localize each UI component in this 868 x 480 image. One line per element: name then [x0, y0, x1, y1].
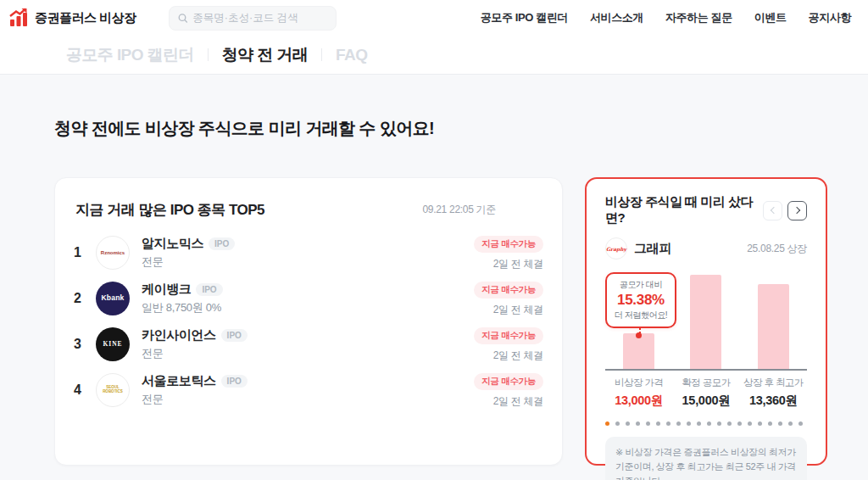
app-title: 증권플러스 비상장 [35, 10, 136, 26]
chart-value: 13,360원 [740, 393, 807, 409]
callout-connector-dot [636, 332, 642, 338]
footnote: ※ 비상장 가격은 증권플러스 비상장의 최저가 기준이며, 상장 후 최고가는… [605, 437, 807, 480]
rank-number: 2 [74, 291, 89, 306]
carousel-dot[interactable] [707, 421, 711, 426]
status-badge: 지금 매수가능 [474, 327, 543, 344]
carousel-dot[interactable] [798, 421, 803, 426]
carousel-dot[interactable] [676, 421, 681, 426]
header: 증권플러스 비상장 공모주 IPO 캘린더 서비스소개 자주하는 질문 이벤트 … [0, 0, 868, 36]
table-row[interactable]: 3 KINE 카인사이언스 IPO 전문 지금 매수가능 2일 전 체결 [55, 321, 562, 367]
tab-ipo-calendar[interactable]: 공모주 IPO 캘린더 [66, 44, 194, 66]
top5-card-header: 지금 거래 많은 IPO 종목 TOP5 09.21 22:05 기준 [55, 200, 562, 220]
carousel-dot[interactable] [666, 421, 670, 426]
subnav: 공모주 IPO 캘린더 청약 전 거래 FAQ [0, 36, 868, 75]
carousel-dot[interactable] [646, 421, 650, 426]
stock-logo: Rznomics [96, 236, 130, 270]
search-icon [178, 13, 188, 24]
ipo-badge: IPO [209, 237, 235, 250]
price-comparison-chart: 공모가 대비 15.38% 더 저렴했어요! [605, 268, 807, 371]
top-nav: 공모주 IPO 캘린더 서비스소개 자주하는 질문 이벤트 공지사항 [481, 10, 851, 25]
discount-callout: 공모가 대비 15.38% 더 저렴했어요! [605, 272, 676, 328]
stock-name: 알지노믹스 [142, 236, 203, 252]
carousel-dot[interactable] [737, 421, 742, 426]
nav-service-intro[interactable]: 서비스소개 [590, 10, 643, 25]
carousel-dot[interactable] [727, 421, 732, 426]
status-badge: 지금 매수가능 [474, 373, 543, 390]
top5-timestamp: 09.21 22:05 기준 [422, 203, 496, 217]
table-row[interactable]: 2 Kbank 케이뱅크 IPO 일반 8,750원 0% 지금 매수가능 2일… [55, 276, 562, 321]
tab-divider [321, 48, 322, 61]
status-badge: 지금 매수가능 [474, 236, 543, 253]
stock-subtitle: 전문 [142, 254, 474, 270]
stock-logo: Kbank [96, 282, 130, 315]
top5-card-title: 지금 거래 많은 IPO 종목 TOP5 [75, 200, 264, 220]
carousel-dot[interactable] [626, 421, 630, 426]
chart-category: 비상장 가격 [605, 377, 672, 389]
nav-events[interactable]: 이벤트 [754, 10, 787, 25]
rank-number: 4 [74, 382, 89, 398]
last-trade-time: 2일 전 체결 [474, 257, 543, 271]
chart-category: 확정 공모가 [672, 377, 739, 389]
rank-number: 3 [74, 337, 89, 352]
ipo-badge: IPO [221, 375, 248, 388]
carousel-dot[interactable] [687, 421, 691, 426]
top5-rows: 1 Rznomics 알지노믹스 IPO 전문 지금 매수가능 2일 전 체결 … [55, 230, 562, 413]
carousel-dot[interactable] [717, 421, 721, 426]
stock-subtitle: 전문 [142, 346, 474, 361]
app-logo[interactable]: 증권플러스 비상장 [8, 8, 136, 28]
last-trade-time: 2일 전 체결 [474, 349, 543, 363]
stock-chart-logo-icon [8, 8, 29, 28]
stock-logo: Graphy [605, 237, 627, 260]
stock-logo: KINE [96, 327, 130, 361]
carousel-prev-button[interactable] [763, 201, 782, 220]
carousel-dot[interactable] [768, 421, 772, 426]
table-row[interactable]: 1 Rznomics 알지노믹스 IPO 전문 지금 매수가능 2일 전 체결 [55, 230, 562, 276]
last-trade-time: 2일 전 체결 [474, 394, 543, 409]
chevron-left-icon [770, 207, 776, 214]
chart-value: 13,000원 [605, 393, 672, 409]
carousel-dot[interactable] [748, 421, 752, 426]
carousel-stock-name: 그래피 [634, 241, 671, 257]
discount-percent: 15.38% [609, 292, 673, 309]
ipo-badge: IPO [221, 329, 248, 342]
carousel-dot[interactable] [605, 421, 609, 426]
chart-bar-post-listing-high [758, 284, 789, 369]
nav-notices[interactable]: 공지사항 [809, 10, 851, 25]
carousel-dot[interactable] [758, 421, 762, 426]
chart-axis-labels: 비상장 가격 13,000원 확정 공모가 15,000원 상장 후 최고가 1… [605, 377, 807, 409]
stock-name: 케이뱅크 [142, 282, 191, 298]
carousel-dot[interactable] [788, 421, 793, 426]
carousel-dot[interactable] [615, 421, 620, 426]
ipo-badge: IPO [196, 283, 222, 296]
status-badge: 지금 매수가능 [474, 282, 543, 299]
stock-subtitle: 일반 8,750원 0% [142, 300, 474, 315]
carousel-dot[interactable] [778, 421, 782, 426]
stock-name: 서울로보틱스 [142, 373, 216, 389]
tab-faq[interactable]: FAQ [336, 46, 367, 64]
content-cards: 지금 거래 많은 IPO 종목 TOP5 09.21 22:05 기준 1 Rz… [54, 177, 868, 466]
chart-value: 15,000원 [672, 393, 739, 409]
rank-number: 1 [74, 245, 89, 260]
page-title: 청약 전에도 비상장 주식으로 미리 거래할 수 있어요! [54, 117, 868, 140]
carousel-dot[interactable] [697, 421, 701, 426]
carousel-dot[interactable] [656, 421, 660, 426]
carousel-dot[interactable] [636, 421, 640, 426]
stock-subtitle: 전문 [142, 392, 474, 407]
tab-pre-subscription-trade[interactable]: 청약 전 거래 [222, 44, 308, 66]
nav-ipo-calendar[interactable]: 공모주 IPO 캘린더 [481, 10, 568, 25]
stock-logo: SEOUL ROBOTICS [96, 373, 130, 407]
search-input[interactable] [192, 12, 326, 24]
table-row[interactable]: 4 SEOUL ROBOTICS 서울로보틱스 IPO 전문 지금 매수가능 2… [55, 367, 562, 413]
promo-card-title: 비상장 주식일 때 미리 샀다면? [605, 194, 763, 226]
chart-bar-unlisted-price [623, 333, 654, 369]
chevron-right-icon [793, 207, 799, 214]
nav-faq[interactable]: 자주하는 질문 [665, 10, 732, 25]
chart-category: 상장 후 최고가 [740, 377, 807, 389]
search-box[interactable] [169, 6, 337, 31]
promo-card: 비상장 주식일 때 미리 샀다면? Graphy 그래피 25.08.25 상장… [585, 177, 827, 466]
carousel-stock-row: Graphy 그래피 25.08.25 상장 [605, 237, 807, 260]
last-trade-time: 2일 전 체결 [474, 303, 543, 317]
top5-card: 지금 거래 많은 IPO 종목 TOP5 09.21 22:05 기준 1 Rz… [54, 177, 563, 466]
carousel-next-button[interactable] [787, 201, 807, 220]
carousel-dots [605, 421, 807, 426]
